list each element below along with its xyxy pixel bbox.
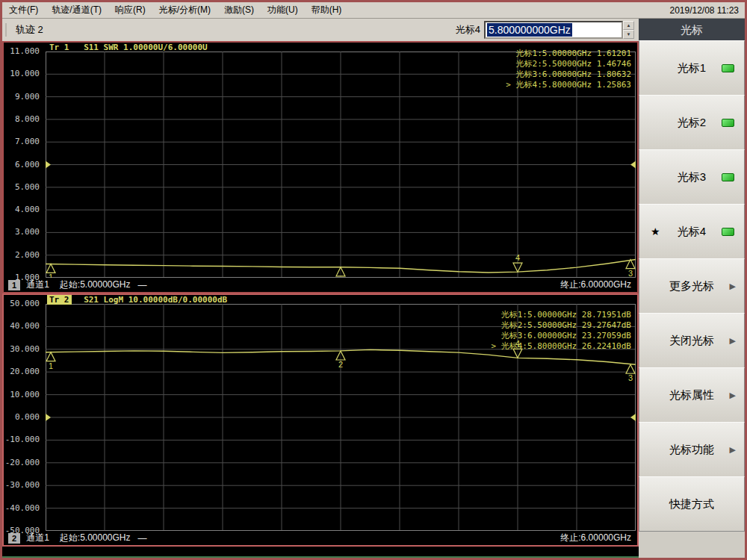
- menu-item[interactable]: 激励(S): [217, 4, 261, 16]
- y-tick-label: 0.000: [15, 412, 40, 422]
- marker-sidebar: 光标 光标1光标2光标3★光标4更多光标▶关闭光标▶光标属性▶光标功能▶快捷方式: [639, 19, 745, 558]
- sidebar-button-光标2[interactable]: 光标2: [639, 95, 745, 150]
- menu-item[interactable]: 响应(R): [108, 4, 152, 16]
- trace-tag-tr2[interactable]: Tr 2: [47, 295, 72, 305]
- sidebar-button-光标3[interactable]: 光标3: [639, 149, 745, 205]
- channel-name: 通道1: [26, 279, 49, 291]
- marker-readout-line: 光标2:5.50000GHz 29.27647dB: [491, 320, 631, 331]
- vna-window: { "window": { "datetime": "2019/12/08 11…: [0, 0, 747, 560]
- marker-number-label: 3: [628, 373, 633, 382]
- y-tick-label: 9.000: [15, 92, 40, 102]
- sidebar-button-label: 光标4: [678, 225, 706, 239]
- marker-triangle-icon: [46, 352, 55, 361]
- marker-frequency-input[interactable]: 5.800000000GHz: [484, 21, 623, 39]
- marker-on-led-icon: [722, 119, 734, 127]
- y-tick-label: -20.000: [5, 458, 40, 467]
- active-marker-star-icon: ★: [651, 225, 660, 237]
- y-tick-label: 5.000: [15, 182, 40, 192]
- marker-on-led-icon: [722, 173, 734, 181]
- marker-readout-line: 光标2:5.50000GHz 1.46746: [506, 59, 631, 69]
- stepper-down-button[interactable]: ▼: [623, 30, 634, 39]
- menu-item[interactable]: 文件(F): [2, 4, 45, 16]
- chart-footer-s21: 2 通道1 起始:5.00000GHz — 终止:6.00000GHz: [4, 531, 637, 545]
- marker-readout-s21: 光标1:5.00000GHz 28.71951dB光标2:5.50000GHz …: [491, 310, 631, 352]
- marker-triangle-icon: [336, 351, 345, 360]
- sidebar-buttons: 光标1光标2光标3★光标4更多光标▶关闭光标▶光标属性▶光标功能▶快捷方式: [639, 41, 745, 532]
- stepper-up-button[interactable]: ▲: [623, 21, 634, 30]
- trace-header-s21: Tr 2 S21 LogM 10.00000dB/0.00000dB: [47, 295, 227, 305]
- menu-bar: 文件(F)轨迹/通道(T)响应(R)光标/分析(M)激励(S)功能(U)帮助(H…: [2, 2, 745, 19]
- sidebar-button-光标属性[interactable]: 光标属性▶: [639, 367, 745, 423]
- submenu-arrow-icon: ▶: [730, 445, 736, 455]
- active-trace-label[interactable]: 轨迹 2: [5, 23, 43, 37]
- sidebar-button-关闭光标[interactable]: 关闭光标▶: [639, 313, 745, 368]
- menu-item[interactable]: 功能(U): [261, 4, 305, 16]
- marker-number-label: 4: [515, 253, 520, 262]
- marker-field-label: 光标4: [456, 23, 480, 37]
- submenu-arrow-icon: ▶: [730, 391, 736, 400]
- sidebar-button-label: 光标功能: [669, 443, 714, 457]
- marker-on-led-icon: [722, 228, 734, 236]
- sidebar-button-label: 光标2: [678, 116, 706, 130]
- marker-readout-line: > 光标4:5.80000GHz 1.25863: [506, 80, 631, 90]
- sidebar-button-label: 光标1: [678, 61, 706, 75]
- bottom-separator: [2, 547, 639, 558]
- chart-panel-s21: Tr 2 S21 LogM 10.00000dB/0.00000dB 光标1:5…: [2, 293, 639, 547]
- sweep-stop-label: 终止:6.00000GHz: [560, 532, 631, 544]
- y-tick-label: 30.000: [10, 344, 40, 354]
- menu-item[interactable]: 轨迹/通道(T): [45, 4, 108, 16]
- y-tick-label: 20.000: [10, 367, 40, 376]
- sweep-start-label: 起始:5.00000GHz: [60, 279, 131, 291]
- y-tick-label: 8.000: [15, 114, 40, 124]
- sweep-start-label: 起始:5.00000GHz: [60, 532, 131, 544]
- y-tick-label: 40.000: [10, 321, 40, 331]
- sidebar-button-快捷方式[interactable]: 快捷方式: [639, 476, 745, 532]
- y-tick-label: 11.000: [10, 46, 40, 56]
- toolbar: 轨迹 2 光标4 5.800000000GHz ▲ ▼: [2, 19, 639, 41]
- ref-level-left-arrow-icon: [46, 414, 51, 421]
- y-tick-label: 7.000: [15, 137, 40, 146]
- sidebar-title: 光标: [639, 19, 745, 41]
- marker-triangle-icon: [513, 263, 522, 272]
- sidebar-button-label: 光标3: [678, 170, 706, 184]
- ref-level-right-arrow-icon: [630, 414, 636, 421]
- frequency-stepper: ▲ ▼: [623, 21, 634, 39]
- marker-frequency-value: 5.800000000GHz: [487, 23, 572, 37]
- menu-item[interactable]: 帮助(H): [305, 4, 349, 16]
- menu-items: 文件(F)轨迹/通道(T)响应(R)光标/分析(M)激励(S)功能(U)帮助(H…: [2, 4, 348, 16]
- sidebar-button-光标4[interactable]: ★光标4: [639, 204, 745, 259]
- marker-readout-s11: 光标1:5.00000GHz 1.61201光标2:5.50000GHz 1.4…: [506, 49, 631, 90]
- sidebar-button-光标功能[interactable]: 光标功能▶: [639, 422, 745, 477]
- y-tick-label: 10.000: [10, 390, 40, 399]
- marker-triangle-icon: [46, 264, 55, 273]
- datetime-display: 2019/12/08 11:23: [669, 5, 745, 16]
- main-area: 轨迹 2 光标4 5.800000000GHz ▲ ▼ Tr 1 S11 SWR…: [2, 19, 639, 558]
- marker-triangle-icon: [626, 364, 635, 373]
- marker-number-label: 2: [338, 360, 343, 369]
- content-area: 轨迹 2 光标4 5.800000000GHz ▲ ▼ Tr 1 S11 SWR…: [2, 19, 745, 558]
- submenu-arrow-icon: ▶: [730, 336, 736, 346]
- ref-level-left-arrow-icon: [46, 161, 51, 169]
- sidebar-button-label: 快捷方式: [669, 497, 714, 511]
- sweep-stop-label: 终止:6.00000GHz: [560, 279, 631, 291]
- sidebar-button-光标1[interactable]: 光标1: [639, 40, 745, 96]
- trace-format-tr1: S11 SWR 1.00000U/6.00000U: [84, 43, 208, 52]
- y-tick-label: -40.000: [5, 503, 40, 513]
- sweep-indicator: —: [138, 533, 147, 544]
- menu-item[interactable]: 光标/分析(M): [152, 4, 217, 16]
- y-tick-label: 3.000: [15, 227, 40, 237]
- trace-tag-tr1[interactable]: Tr 1: [47, 43, 72, 52]
- marker-number-label: 1: [49, 361, 53, 370]
- channel-badge: 1: [8, 280, 20, 290]
- y-tick-label: 10.000: [10, 69, 40, 78]
- sidebar-button-label: 更多光标: [669, 279, 714, 293]
- marker-readout-line: 光标1:5.00000GHz 1.61201: [506, 49, 631, 59]
- sidebar-button-更多光标[interactable]: 更多光标▶: [639, 258, 745, 314]
- chart-footer-s11: 1 通道1 起始:5.00000GHz — 终止:6.00000GHz: [4, 278, 637, 292]
- ref-level-right-arrow-icon: [630, 161, 636, 169]
- marker-readout-line: 光标3:6.00000GHz 1.80632: [506, 69, 631, 80]
- y-tick-label: 4.000: [15, 205, 40, 214]
- sweep-indicator: —: [138, 280, 147, 290]
- chart-panel-s11: Tr 1 S11 SWR 1.00000U/6.00000U 光标1:5.000…: [2, 41, 639, 293]
- submenu-arrow-icon: ▶: [730, 281, 736, 291]
